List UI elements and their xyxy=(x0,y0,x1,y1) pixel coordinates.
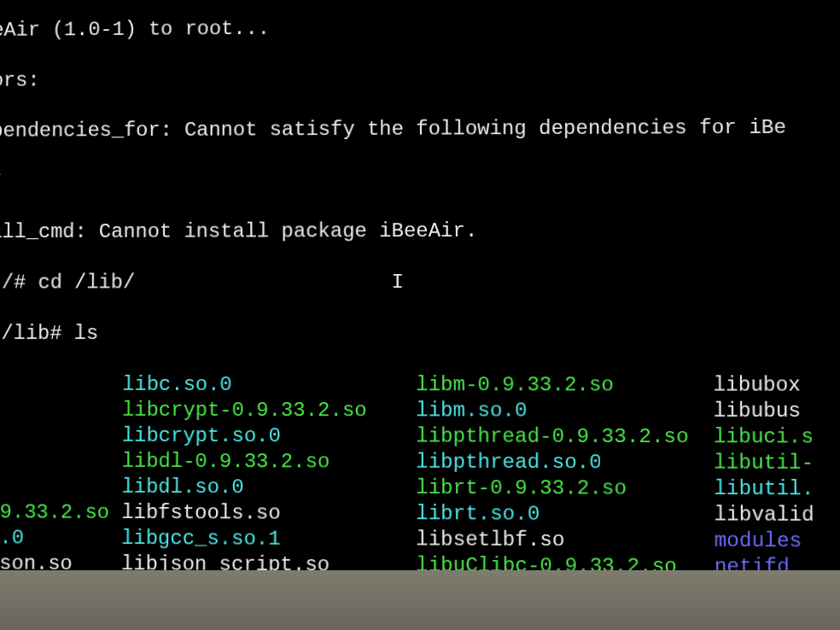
output-line: _dependencies_for: Cannot satisfy the fo… xyxy=(0,116,786,143)
list-item xyxy=(0,398,122,423)
list-row: s.sh libdl.so.0 librt-0.9.33.2.so libuti… xyxy=(0,474,840,503)
command-text: cd /lib/ xyxy=(38,271,135,294)
terminal-screen[interactable]: iBeeAir (1.0-1) to root... errors: _depe… xyxy=(0,0,840,585)
output-line: bm * xyxy=(0,170,3,193)
monitor-bezel xyxy=(0,570,840,630)
list-item: libdl-0.9.33.2.so xyxy=(122,449,417,475)
list-row: c.so.0 libgcc_s.so.1 libsetlbf.so module… xyxy=(0,525,840,555)
list-row: s libdl-0.9.33.2.so libpthread.so.0 libu… xyxy=(0,448,840,476)
list-row: c-0.9.33.2.so libfstools.so librt.so.0 l… xyxy=(0,499,840,528)
list-row: libc.so.0 libm-0.9.33.2.so libubox xyxy=(0,372,840,399)
list-item: libm-0.9.33.2.so xyxy=(416,372,713,399)
list-item: libubox xyxy=(713,372,838,398)
list-row: libcrypt-0.9.33.2.so libm.so.0 libubus xyxy=(0,398,840,425)
command-text: ls xyxy=(74,322,99,345)
text-cursor-icon: I xyxy=(392,271,404,294)
list-item: libsetlbf.so xyxy=(416,527,714,554)
list-item xyxy=(0,423,122,448)
list-item: libfstools.so xyxy=(121,500,416,527)
list-item: libpthread.so.0 xyxy=(416,450,714,476)
list-item: modules xyxy=(715,528,840,555)
output-line: errors: xyxy=(0,69,40,92)
output-line: iBeeAir (1.0-1) to root... xyxy=(0,17,270,42)
list-item: s xyxy=(0,448,122,474)
list-item: libgcc_s.so.1 xyxy=(121,526,416,553)
list-item: libutil. xyxy=(714,476,839,503)
list-item: c.so.0 xyxy=(0,525,121,551)
list-item: librt.so.0 xyxy=(416,501,714,528)
list-item: libvalid xyxy=(714,502,839,528)
list-item: libutil- xyxy=(714,450,839,476)
list-item xyxy=(0,372,122,398)
list-item: libc.so.0 xyxy=(122,372,416,398)
list-item: librt-0.9.33.2.so xyxy=(416,475,714,502)
list-item: libuci.s xyxy=(714,424,839,451)
list-item: libubus xyxy=(714,399,839,425)
list-item: s.sh xyxy=(0,474,122,500)
list-item: libcrypt-0.9.33.2.so xyxy=(122,398,416,424)
list-item: libcrypt.so.0 xyxy=(122,423,417,450)
list-row: libcrypt.so.0 libpthread-0.9.33.2.so lib… xyxy=(0,423,840,450)
ls-listing: libc.so.0 libm-0.9.33.2.so libubox libcr… xyxy=(0,372,840,601)
output-line: nstall_cmd: Cannot install package iBeeA… xyxy=(0,219,477,243)
shell-prompt: Wrt:/lib# xyxy=(0,322,74,345)
list-item: libpthread-0.9.33.2.so xyxy=(416,423,714,450)
shell-prompt: Wrt:/# xyxy=(0,271,38,295)
list-item: c-0.9.33.2.so xyxy=(0,499,121,526)
list-item: libdl.so.0 xyxy=(121,475,416,501)
list-item: libm.so.0 xyxy=(416,398,714,424)
